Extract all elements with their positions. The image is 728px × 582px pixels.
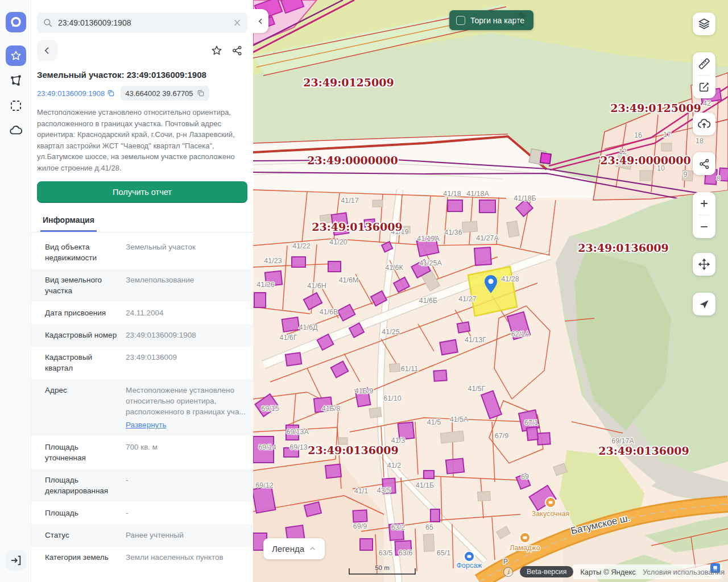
svg-text:69/13А: 69/13А [286,428,309,436]
svg-text:43/5: 43/5 [377,487,391,494]
cloud-upload-icon [697,117,712,131]
svg-text:41/36: 41/36 [444,228,462,236]
icon-rail [0,0,31,582]
search-bar[interactable] [37,13,247,33]
page-title: Земельный участок: 23:49:0136009:1908 [37,70,247,80]
svg-text:41/18: 41/18 [443,190,461,198]
panel-header [37,40,247,61]
svg-text:41/6Н: 41/6Н [307,282,326,290]
table-row: Кадастровый номер23:49:0136009:1908 [31,324,253,346]
tab-information[interactable]: Информация [40,211,97,232]
move-icon [698,258,710,271]
svg-text:62/1А: 62/1А [511,330,530,338]
svg-text:23:49:0136009: 23:49:0136009 [312,221,402,233]
id-chips: 23:49:0136009:1908 43.664002 39.67705 [37,86,247,101]
svg-text:41/13Г: 41/13Г [465,336,486,344]
ruler-button[interactable] [693,52,715,75]
table-row: Вид объекта недвижимостиЗемельный участо… [31,236,253,269]
chevron-left-icon [43,46,52,55]
area-select-icon[interactable] [6,95,26,116]
svg-text:41/26: 41/26 [257,281,274,289]
svg-text:42: 42 [703,99,711,107]
pan-button[interactable] [693,253,715,276]
locate-button[interactable] [693,293,715,315]
svg-text:69/9: 69/9 [353,522,367,530]
svg-text:16: 16 [634,131,642,139]
favorites-icon[interactable] [6,45,26,66]
object-panel: Земельный участок: 23:49:0136009:1908 23… [31,0,253,582]
svg-text:23:49:0125009: 23:49:0125009 [303,76,394,89]
coordinates-chip[interactable]: 43.664002 39.67705 [121,86,209,101]
table-row: Категория земельЗемли населенных пунктов [31,546,253,568]
map-copyright: Карты © Яндекс [580,568,636,576]
object-description: Местоположение установлено относительно … [37,107,247,173]
beta-badge: Beta-версия [520,566,573,577]
svg-text:23:49:0125009: 23:49:0125009 [610,102,701,114]
panel-collapse-button[interactable] [253,9,268,33]
zoom-out-button[interactable] [693,215,715,238]
svg-text:65: 65 [425,523,433,531]
svg-text:69: 69 [521,473,529,481]
sign-in-icon[interactable] [6,550,26,571]
table-row: АдресМестоположение установлено относите… [31,379,253,436]
info-icon[interactable]: i [503,567,513,577]
svg-text:41/18А: 41/18А [466,190,489,198]
minus-icon [698,221,710,232]
table-row: Площадь уточненная700 кв. м [31,436,253,469]
svg-text:41/27А: 41/27А [476,234,499,242]
torgi-toggle-button[interactable]: Торги на карте [449,10,533,30]
table-row: Площадь декларированная- [31,469,253,502]
svg-text:41/28: 41/28 [501,275,519,283]
copy-icon[interactable] [107,89,115,97]
svg-text:41/17: 41/17 [341,197,358,205]
expand-link[interactable]: Развернуть [126,419,247,430]
torgi-checkbox[interactable] [456,16,465,25]
svg-text:41/5: 41/5 [427,418,441,426]
svg-text:69/14: 69/14 [258,443,276,451]
clear-search-icon[interactable] [233,18,242,27]
legend-button[interactable]: Легенда [263,538,325,559]
selected-parcel[interactable] [468,267,517,316]
svg-text:41Б/9: 41Б/9 [355,387,374,395]
chevron-up-icon [309,545,316,552]
cloud-icon[interactable] [6,120,26,141]
svg-text:41/22: 41/22 [292,242,310,250]
svg-text:41/3: 41/3 [391,436,405,444]
zoom-group [693,192,715,238]
svg-text:67/9: 67/9 [495,432,508,440]
layers-icon [697,17,711,31]
svg-text:69/17А: 69/17А [611,437,634,445]
zoom-in-button[interactable] [693,192,715,215]
svg-text:65/1: 65/1 [437,549,450,557]
gavel-icon [511,11,530,30]
svg-text:63/6: 63/6 [399,549,412,557]
layers-button[interactable] [693,13,715,35]
table-row: СтатусРанее учтенный [31,524,253,546]
svg-text:41/23: 41/23 [264,257,282,265]
star-icon [210,44,223,57]
svg-text:Форсаж: Форсаж [457,562,483,569]
polygon-select-icon[interactable] [6,70,26,91]
plus-icon [698,198,710,209]
share-icon [231,45,243,56]
app-logo-icon[interactable] [6,12,26,32]
map-canvas[interactable]: 41/1741/1841/18А41/18Б41/1941/19А41/3641… [253,0,728,582]
search-input[interactable] [58,18,228,27]
svg-text:41/5Г: 41/5Г [468,385,485,393]
svg-text:63/2: 63/2 [391,523,405,531]
share-button[interactable] [227,40,247,61]
svg-text:41/1: 41/1 [354,487,368,495]
svg-text:Ламаджо: Ламаджо [510,544,540,552]
svg-text:41/6К: 41/6К [385,264,403,272]
upload-button[interactable] [693,113,715,135]
cadastral-number-link[interactable]: 23:49:0136009:1908 [37,89,115,98]
get-report-button[interactable]: Получить отчет [37,181,247,203]
svg-text:8: 8 [717,174,721,182]
copy-icon[interactable] [197,89,205,97]
back-button[interactable] [37,40,57,61]
share-map-button[interactable] [693,152,715,175]
draw-button[interactable] [693,76,715,98]
terms-link[interactable]: Условия использования [643,568,725,576]
favorite-button[interactable] [206,40,227,61]
svg-text:69/12: 69/12 [255,481,273,489]
